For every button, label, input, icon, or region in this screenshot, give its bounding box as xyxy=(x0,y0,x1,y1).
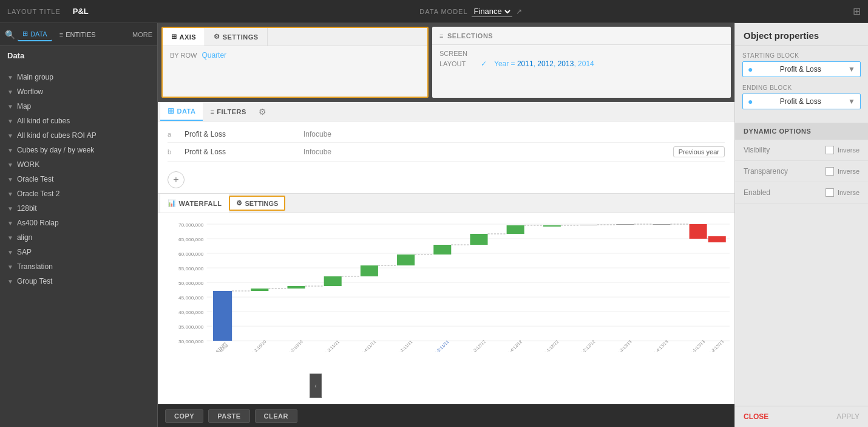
ending-block-select[interactable]: ● Profit & Loss ▼ xyxy=(742,94,861,109)
sidebar-item-oracletest[interactable]: ▼Oracle Test xyxy=(0,172,157,186)
svg-text:Q-2:13/13: Q-2:13/13 xyxy=(708,340,725,352)
sidebar-item-sap[interactable]: ▼SAP xyxy=(0,245,157,259)
svg-rect-23 xyxy=(324,276,342,286)
ending-block-label: Ending block xyxy=(742,84,861,91)
transparency-option: Transparency Inverse xyxy=(735,161,868,182)
clear-button[interactable]: CLEAR xyxy=(255,409,297,423)
chevron-down-icon: ▼ xyxy=(848,65,855,73)
apply-button[interactable]: APPLY xyxy=(836,412,860,421)
sidebar-item-128bit[interactable]: ▼128bit xyxy=(0,201,157,216)
paste-button[interactable]: PASTE xyxy=(208,409,249,423)
chart-body: 70,000,000 65,000,000 60,000,000 55,000,… xyxy=(158,213,734,427)
layout-row: LAYOUT ✓ Year = 2011, 2012, 2013, 2014 xyxy=(439,60,724,68)
chevron-down-icon-2: ▼ xyxy=(848,97,855,106)
data-tabs: ⊞ DATA ≡ FILTERS ⚙ xyxy=(158,102,734,121)
transparency-controls: Inverse xyxy=(826,167,860,176)
axis-tab[interactable]: ⊞ AXIS xyxy=(163,28,205,46)
sidebar-more[interactable]: MORE xyxy=(132,31,152,38)
sidebar-item-translation[interactable]: ▼Translation xyxy=(0,259,157,274)
starting-block-select[interactable]: ● Profit & Loss ▼ xyxy=(742,61,861,77)
sidebar-item-as400[interactable]: ▼As400 Rolap xyxy=(0,216,157,230)
svg-text:Q-3:12/12: Q-3:12/12 xyxy=(469,340,487,352)
dynamic-options-header: DYNAMIC OPTIONS xyxy=(735,123,868,140)
sidebar-tab-entities[interactable]: ≡ ENTITIES xyxy=(55,29,101,41)
waterfall-chart: 70,000,000 65,000,000 60,000,000 55,000,… xyxy=(163,218,730,352)
row-name-a: Profit & Loss xyxy=(185,130,294,138)
table-row: b Profit & Loss Infocube Previous year xyxy=(168,143,725,162)
svg-text:30,000,000: 30,000,000 xyxy=(178,339,204,344)
sidebar-item-work[interactable]: ▼WORK xyxy=(0,157,157,172)
chart-section: 📊 WATERFALL ⚙ SETTINGS xyxy=(158,194,734,427)
starting-block-value: Profit & Loss xyxy=(780,65,821,73)
copy-button[interactable]: COPY xyxy=(165,409,203,423)
layout-sel-label: LAYOUT xyxy=(439,60,476,67)
enabled-inverse-label: Inverse xyxy=(838,189,860,196)
transparency-label: Transparency xyxy=(744,167,788,176)
data-model-area: DATA MODEL Finance ↗ xyxy=(419,6,521,17)
add-row-button[interactable]: + xyxy=(168,171,185,188)
chart-settings-icon: ⚙ xyxy=(236,199,242,207)
svg-text:Q-1:12/12: Q-1:12/12 xyxy=(543,340,560,352)
svg-rect-29 xyxy=(433,245,451,254)
content-area: ⊞ AXIS ⚙ SETTINGS BY ROW Quarter ≡ xyxy=(158,23,734,427)
by-row-value[interactable]: Quarter xyxy=(202,51,226,60)
sidebar-tab-data[interactable]: ⊞ DATA xyxy=(18,27,52,41)
selections-icon: ≡ xyxy=(439,32,444,39)
checkmark-icon: ✓ xyxy=(481,60,487,68)
data-tab-icon: ⊞ xyxy=(22,30,28,38)
transparency-checkbox[interactable] xyxy=(826,167,834,176)
svg-text:55,000,000: 55,000,000 xyxy=(178,266,204,272)
chart-settings-button[interactable]: ⚙ SETTINGS xyxy=(229,196,285,211)
svg-rect-21 xyxy=(287,286,305,289)
svg-rect-27 xyxy=(397,254,415,265)
svg-text:Q-2:12/12: Q-2:12/12 xyxy=(579,340,597,352)
visibility-option: Visibility Inverse xyxy=(735,140,868,161)
ending-block-dot: ● xyxy=(748,97,753,106)
data-model-select[interactable]: Finance xyxy=(472,6,512,17)
collapse-sidebar-button[interactable]: ‹ xyxy=(310,374,322,398)
sidebar-item-oracletest2[interactable]: ▼Oracle Test 2 xyxy=(0,186,157,201)
sidebar-item-map[interactable]: ▼Map xyxy=(0,99,157,114)
svg-text:60,000,000: 60,000,000 xyxy=(178,251,204,257)
svg-text:Q-3:11/11: Q-3:11/11 xyxy=(323,340,341,352)
layout-title-value: P&L xyxy=(73,7,89,16)
ending-block-value: Profit & Loss xyxy=(780,97,821,106)
sidebar-item-align[interactable]: ▼align xyxy=(0,230,157,245)
visibility-checkbox[interactable] xyxy=(826,146,834,154)
search-icon[interactable]: 🔍 xyxy=(5,30,15,39)
svg-text:Q-1:10/10: Q-1:10/10 xyxy=(250,340,268,352)
svg-text:Q-1:13/13: Q-1:13/13 xyxy=(688,340,706,352)
sidebar-item-maingroup[interactable]: ▼Main group xyxy=(0,70,157,84)
waterfall-tab[interactable]: 📊 WATERFALL xyxy=(160,194,229,213)
properties-header: Object properties xyxy=(735,23,868,46)
filter-extra-icon[interactable]: ⚙ xyxy=(254,104,271,119)
enabled-checkbox[interactable] xyxy=(826,188,834,197)
settings-tab[interactable]: ⚙ SETTINGS xyxy=(205,28,268,46)
grid-icon[interactable]: ⊞ xyxy=(853,5,861,17)
sidebar-item-cubesbyday[interactable]: ▼Cubes by day / by week xyxy=(0,143,157,157)
close-button[interactable]: CLOSE xyxy=(744,412,768,421)
svg-text:35,000,000: 35,000,000 xyxy=(178,324,204,330)
data-tab-icon: ⊞ xyxy=(168,106,175,115)
svg-rect-41 xyxy=(653,224,670,225)
enabled-option: Enabled Inverse xyxy=(735,182,868,203)
data-model-external-icon[interactable]: ↗ xyxy=(516,7,522,16)
layout-years: Year = 2011, 2012, 2013, 2014 xyxy=(494,60,594,68)
sidebar-tabs: 🔍 ⊞ DATA ≡ ENTITIES MORE xyxy=(0,23,157,46)
ending-block-field: Ending block ● Profit & Loss ▼ xyxy=(742,84,861,109)
by-row-label: BY ROW xyxy=(170,52,197,59)
sidebar-item-grouptest[interactable]: ▼Group Test xyxy=(0,274,157,289)
axis-panel-tabs: ⊞ AXIS ⚙ SETTINGS xyxy=(163,28,427,46)
selections-header: ≡ SELECTIONS xyxy=(432,27,731,45)
sidebar-item-allkindcubesroi[interactable]: ▼All kind of cubes ROI AP xyxy=(0,128,157,143)
svg-rect-39 xyxy=(616,224,634,225)
sidebar-item-allkindcubes[interactable]: ▼All kind of cubes xyxy=(0,114,157,128)
sidebar-item-worflow[interactable]: ▼Worflow xyxy=(0,84,157,99)
screen-label: SCREEN xyxy=(439,50,476,57)
row-type-a: Infocube xyxy=(303,130,725,138)
data-tab-data[interactable]: ⊞ DATA xyxy=(160,102,203,121)
visibility-controls: Inverse xyxy=(826,146,860,154)
transparency-inverse-label: Inverse xyxy=(838,168,860,175)
data-model-label: DATA MODEL xyxy=(419,8,467,15)
data-tab-filters[interactable]: ≡ FILTERS xyxy=(203,102,253,121)
